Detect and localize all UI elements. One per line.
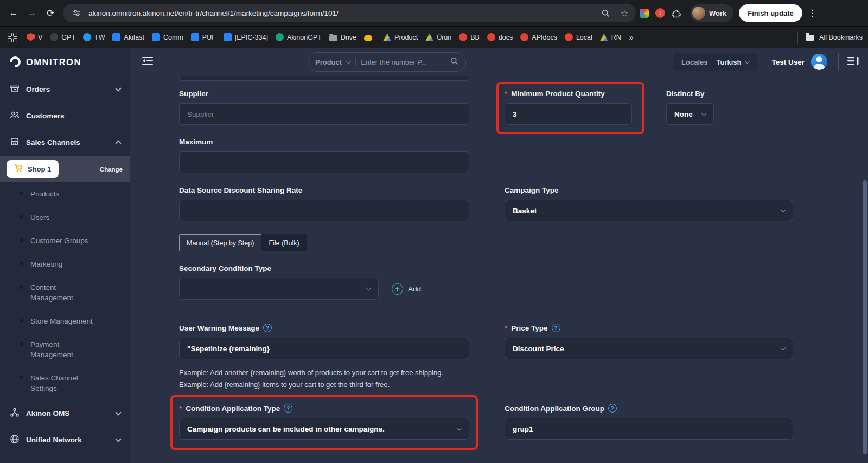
tab-file-bulk[interactable]: File (Bulk) — [261, 234, 306, 251]
locale-selector[interactable]: Locales Turkish — [673, 53, 757, 71]
discount-rate-input[interactable] — [179, 200, 469, 221]
brand-logo[interactable]: OMNITRON — [0, 48, 130, 76]
language-select[interactable]: Turkish — [716, 58, 749, 66]
sidebar-sub-item[interactable]: Payment Management — [0, 333, 130, 366]
sidebar-sub-item[interactable]: Users — [0, 206, 130, 229]
bookmark-item[interactable]: [EPIC-334] — [220, 31, 272, 43]
maximum-input[interactable] — [179, 151, 469, 173]
page-scrollbar[interactable] — [863, 180, 867, 454]
cart-icon — [14, 164, 23, 174]
sidebar-sub-item[interactable]: Customer Groups — [0, 229, 130, 252]
finish-update-button[interactable]: Finish update — [739, 4, 802, 22]
secondary-condition-select[interactable] — [179, 278, 379, 300]
info-icon[interactable]: ? — [284, 404, 292, 413]
example-text: Example: Add {remaining} items to your c… — [179, 379, 469, 391]
sidebar-sub-item[interactable]: Marketing — [0, 252, 130, 276]
bookmark-item[interactable]: BB — [455, 31, 483, 43]
info-icon[interactable]: ? — [608, 404, 617, 413]
zoom-icon[interactable] — [598, 6, 612, 20]
extension-colorful-icon[interactable] — [636, 5, 652, 21]
search-input[interactable]: Enter the number P... — [361, 58, 445, 66]
bookmark-item[interactable] — [360, 31, 379, 43]
chevron-down-icon — [781, 207, 786, 213]
field-data-source-discount-sharing-rate: Data Source Discount Sharing Rate — [179, 186, 469, 221]
chevron-down-icon — [745, 59, 750, 64]
search-icon[interactable] — [450, 57, 458, 67]
bullet-icon — [20, 319, 23, 322]
sidebar-sub-item[interactable]: Store Management — [0, 309, 130, 333]
sidebar-item-akinon-oms[interactable]: Akinon OMS — [0, 400, 130, 427]
orders-icon — [10, 84, 20, 96]
bookmark-item[interactable]: Product — [379, 31, 422, 43]
back-button[interactable]: ← — [4, 4, 23, 22]
bookmark-item[interactable]: Akifast — [108, 31, 148, 43]
bookmark-item[interactable]: RN — [596, 31, 625, 43]
bookmark-item[interactable]: GPT — [46, 31, 79, 43]
bookmark-star-icon[interactable]: ☆ — [617, 6, 631, 20]
bookmark-label: Drive — [341, 34, 356, 41]
all-bookmarks-button[interactable]: All Bookmarks — [797, 31, 863, 44]
collapse-sidebar-icon[interactable] — [142, 56, 153, 67]
sidebar-sub-item[interactable]: Content Management — [0, 276, 130, 309]
browser-toolbar: ← → ⟳ akinon.omnitron.akinon.net/en/tr-t… — [0, 0, 868, 26]
bookmark-item[interactable]: APIdocs — [516, 31, 561, 43]
user-warning-input[interactable]: "Sepetinize {remaining} — [179, 338, 469, 359]
bookmark-item[interactable]: Drive — [326, 31, 360, 43]
bookmark-favicon — [152, 33, 160, 41]
profile-chip[interactable]: Work — [690, 4, 733, 22]
sidebar-item-sales-channels[interactable]: Sales Channels — [0, 129, 130, 156]
omnitron-logo-icon — [8, 54, 23, 69]
right-panel-toggle-icon[interactable] — [847, 56, 860, 68]
browser-menu-icon[interactable]: ⋮ — [808, 8, 817, 19]
condition-group-input[interactable]: grup1 — [505, 418, 793, 440]
address-bar[interactable]: akinon.omnitron.akinon.net/en/tr-tr/chan… — [63, 4, 636, 22]
field-price-type: * Price Type ? Discount Price — [505, 313, 793, 359]
sidebar: OMNITRON Orders Customers — [0, 48, 130, 463]
field-secondary-condition-type: Secondary Condition Type + Add — [179, 264, 469, 300]
sidebar-sub-item[interactable]: Sales Channel Settings — [0, 366, 130, 400]
add-condition-button[interactable]: + Add — [392, 283, 421, 295]
bookmark-item[interactable]: V — [23, 31, 46, 43]
info-icon[interactable]: ? — [263, 324, 272, 332]
partial-input-above[interactable] — [179, 76, 469, 81]
site-settings-icon[interactable] — [69, 6, 84, 20]
secondary-condition-label: Secondary Condition Type — [179, 264, 271, 272]
forward-button[interactable]: → — [23, 4, 41, 22]
supplier-input[interactable]: Supplier — [179, 103, 469, 125]
price-type-select[interactable]: Discount Price — [505, 338, 793, 359]
sidebar-item-unified-network[interactable]: Unified Network — [0, 427, 130, 453]
campaign-type-select[interactable]: Basket — [505, 200, 793, 221]
distinct-by-select[interactable]: None — [666, 103, 714, 125]
min-quantity-input[interactable]: 3 — [505, 103, 632, 125]
bookmark-item[interactable]: AkinonGPT — [272, 31, 326, 43]
condition-type-select[interactable]: Campaign products can be included in oth… — [179, 418, 469, 440]
search-scope-select[interactable]: Product — [315, 58, 342, 66]
sidebar-item-customers[interactable]: Customers — [0, 103, 130, 129]
url-text[interactable]: akinon.omnitron.akinon.net/en/tr-tr/chan… — [88, 9, 593, 17]
info-icon[interactable]: ? — [552, 324, 560, 332]
warning-examples: Example: Add another {remaining} worth o… — [179, 367, 469, 391]
folder-icon — [806, 35, 814, 41]
omnitron-app: OMNITRON Orders Customers — [0, 48, 868, 463]
field-minimum-product-quantity: * Minimum Product Quantity 3 — [505, 90, 632, 125]
bookmark-item[interactable]: Local — [561, 31, 596, 43]
shop-selector[interactable]: Shop 1 — [7, 160, 59, 178]
bookmark-item[interactable]: docs — [483, 31, 516, 43]
extension-download-icon[interactable]: ↓ — [652, 5, 668, 21]
change-shop-button[interactable]: Change — [100, 166, 123, 173]
more-bookmarks-chevron[interactable]: » — [625, 33, 638, 42]
bookmark-item[interactable]: Comm — [148, 31, 187, 43]
maximum-label: Maximum — [179, 138, 213, 146]
bookmark-item[interactable]: Ürün — [422, 31, 455, 43]
sidebar-item-orders[interactable]: Orders — [0, 76, 130, 103]
user-avatar[interactable] — [811, 54, 827, 70]
extensions-puzzle-icon[interactable] — [668, 5, 685, 21]
bookmark-favicon — [191, 33, 199, 41]
bookmark-item[interactable]: PUF — [187, 31, 220, 43]
reload-button[interactable]: ⟳ — [41, 4, 60, 22]
bookmark-item[interactable]: TW — [79, 31, 108, 43]
tab-manual-step-by-step[interactable]: Manual (Step by Step) — [179, 234, 261, 251]
global-search[interactable]: Product Enter the number P... — [308, 52, 466, 72]
sidebar-sub-item[interactable]: Products — [0, 182, 130, 206]
apps-grid-icon[interactable] — [5, 30, 20, 45]
